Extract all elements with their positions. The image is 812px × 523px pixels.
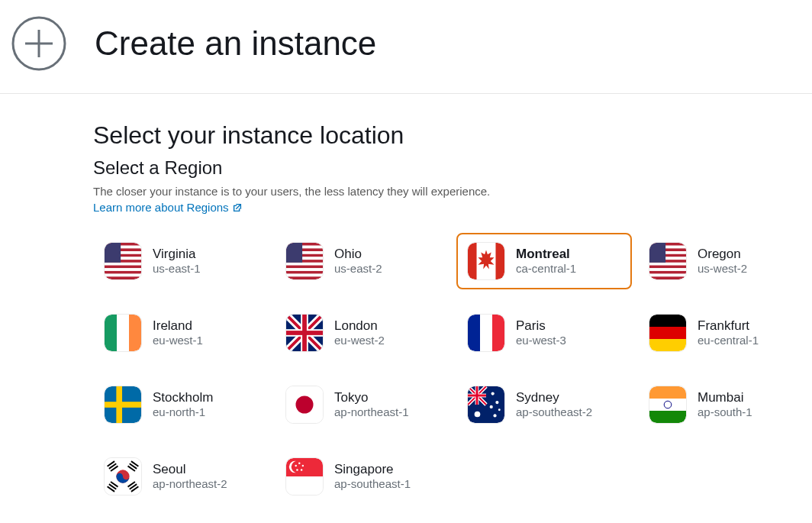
region-card-eu-west-2[interactable]: London eu-west-2 <box>275 305 450 361</box>
svg-rect-92 <box>649 411 686 423</box>
flag-icon-ie <box>104 314 142 352</box>
region-text: Seoul ap-northeast-2 <box>153 461 227 492</box>
region-name: Tokyo <box>334 389 409 405</box>
region-name: Ohio <box>334 246 382 262</box>
svg-rect-12 <box>105 268 141 271</box>
region-id: ap-northeast-2 <box>153 477 227 492</box>
content: Select your instance location Select a R… <box>0 94 812 505</box>
region-card-eu-west-1[interactable]: Ireland eu-west-1 <box>93 305 269 361</box>
region-text: Montreal ca-central-1 <box>516 246 576 276</box>
svg-rect-72 <box>105 402 141 408</box>
region-card-ap-southeast-2[interactable]: Sydney ap-southeast-2 <box>456 376 632 433</box>
region-card-us-east-2[interactable]: Ohio us-east-2 <box>275 233 450 289</box>
svg-point-85 <box>495 401 498 404</box>
region-card-ap-south-1[interactable]: Mumbai ap-south-1 <box>638 376 812 433</box>
region-name: Sydney <box>516 389 592 405</box>
svg-rect-67 <box>649 327 686 339</box>
region-card-ap-northeast-1[interactable]: Tokyo ap-northeast-1 <box>275 376 450 433</box>
svg-rect-15 <box>105 276 141 279</box>
flag-icon-us <box>649 242 687 280</box>
svg-rect-53 <box>117 315 129 351</box>
svg-rect-54 <box>129 315 141 351</box>
region-card-us-west-2[interactable]: Oregon us-west-2 <box>638 233 812 289</box>
helper-text: The closer your instance is to your user… <box>93 185 812 198</box>
region-grid: Virginia us-east-1 Ohio us-east-2 Montre… <box>93 233 812 505</box>
region-id: eu-west-1 <box>153 334 203 348</box>
svg-rect-27 <box>286 268 323 271</box>
region-id: ap-southeast-2 <box>516 405 592 420</box>
region-id: ap-southeast-1 <box>334 477 411 492</box>
region-name: Seoul <box>153 461 227 477</box>
region-text: Singapore ap-southeast-1 <box>334 461 411 492</box>
svg-point-87 <box>493 414 496 417</box>
svg-point-88 <box>498 408 501 411</box>
svg-point-118 <box>295 465 296 467</box>
svg-point-75 <box>295 395 313 413</box>
svg-point-116 <box>301 469 302 470</box>
region-card-us-east-1[interactable]: Virginia us-east-1 <box>93 233 269 289</box>
svg-rect-66 <box>649 315 686 327</box>
page-header: Create an instance <box>0 0 812 94</box>
region-name: Singapore <box>334 461 411 477</box>
region-id: us-west-2 <box>698 262 747 276</box>
svg-rect-60 <box>286 331 323 335</box>
svg-rect-25 <box>286 263 323 266</box>
region-card-ap-southeast-1[interactable]: Singapore ap-southeast-1 <box>275 448 450 505</box>
region-card-eu-west-3[interactable]: Paris eu-west-3 <box>456 305 632 361</box>
svg-rect-47 <box>649 271 686 274</box>
svg-rect-10 <box>105 263 141 266</box>
flag-icon-au <box>467 386 505 424</box>
region-name: Montreal <box>516 246 576 262</box>
svg-rect-35 <box>495 243 504 279</box>
svg-point-115 <box>302 465 304 467</box>
learn-more-link[interactable]: Learn more about Regions <box>93 201 243 214</box>
flag-icon-gb <box>285 314 324 352</box>
svg-point-86 <box>490 405 493 408</box>
svg-rect-11 <box>105 266 141 269</box>
region-text: Oregon us-west-2 <box>698 246 747 276</box>
plus-circle-icon <box>11 15 67 72</box>
region-card-ca-central-1[interactable]: Montreal ca-central-1 <box>456 233 632 289</box>
flag-icon-kr <box>104 457 142 496</box>
svg-rect-64 <box>492 315 504 351</box>
svg-rect-28 <box>286 271 323 274</box>
svg-rect-50 <box>649 243 665 263</box>
svg-rect-91 <box>649 399 686 411</box>
region-id: us-east-2 <box>334 262 382 276</box>
region-name: Oregon <box>698 246 747 262</box>
svg-point-84 <box>491 392 495 395</box>
region-name: Ireland <box>153 318 203 334</box>
region-name: Mumbai <box>698 389 752 405</box>
region-card-ap-northeast-2[interactable]: Seoul ap-northeast-2 <box>93 448 269 505</box>
region-name: Paris <box>516 318 566 334</box>
svg-rect-46 <box>649 268 686 271</box>
svg-rect-49 <box>649 276 686 279</box>
region-text: Tokyo ap-northeast-1 <box>334 389 409 420</box>
svg-rect-30 <box>286 276 323 279</box>
flag-icon-se <box>104 386 142 424</box>
flag-icon-ca <box>467 242 505 280</box>
svg-rect-34 <box>468 243 477 279</box>
svg-point-117 <box>296 469 298 470</box>
region-text: Stockholm eu-north-1 <box>153 389 213 420</box>
svg-rect-16 <box>105 243 121 263</box>
region-text: Virginia us-east-1 <box>153 246 201 276</box>
region-text: Ireland eu-west-1 <box>153 318 203 348</box>
flag-icon-in <box>649 386 687 424</box>
region-id: ap-south-1 <box>698 405 752 420</box>
region-card-eu-central-1[interactable]: Frankfurt eu-central-1 <box>638 305 812 361</box>
region-text: Ohio us-east-2 <box>334 246 382 276</box>
region-text: Sydney ap-southeast-2 <box>516 389 592 420</box>
region-card-eu-north-1[interactable]: Stockholm eu-north-1 <box>93 376 269 433</box>
svg-rect-68 <box>649 339 686 351</box>
region-id: eu-west-3 <box>516 334 566 348</box>
flag-icon-jp <box>285 386 324 424</box>
external-link-icon <box>232 202 243 213</box>
region-text: Mumbai ap-south-1 <box>698 389 752 420</box>
region-text: Paris eu-west-3 <box>516 318 566 348</box>
region-name: Virginia <box>153 246 201 262</box>
svg-point-114 <box>298 462 300 463</box>
page-title: Create an instance <box>95 24 376 63</box>
svg-rect-13 <box>105 271 141 274</box>
svg-point-113 <box>292 461 303 473</box>
